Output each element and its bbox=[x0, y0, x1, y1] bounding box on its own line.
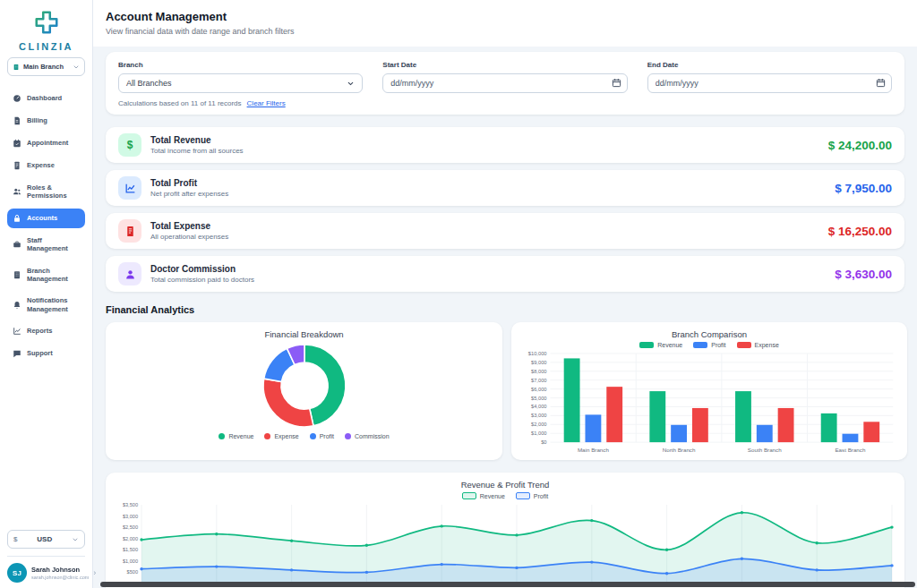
legend-swatch bbox=[345, 433, 351, 439]
legend-item[interactable]: Expense bbox=[264, 433, 298, 439]
legend-item[interactable]: Revenue bbox=[639, 342, 682, 348]
chevron-down-icon bbox=[72, 536, 79, 543]
stat-card-doctor-commission: Doctor Commission Total commission paid … bbox=[106, 256, 904, 292]
legend-label: Profit bbox=[711, 342, 725, 348]
legend-swatch bbox=[516, 492, 530, 499]
avatar: SJ bbox=[7, 563, 27, 583]
filter-card: Branch All Branches Start Date bbox=[106, 52, 904, 115]
svg-text:$3,000: $3,000 bbox=[531, 413, 547, 418]
chart-line-icon bbox=[13, 327, 21, 336]
stat-title: Total Revenue bbox=[150, 135, 244, 145]
stat-title: Doctor Commission bbox=[150, 264, 254, 274]
calendar-check-icon bbox=[13, 139, 21, 148]
clear-filters-link[interactable]: Clear Filters bbox=[247, 99, 286, 107]
sidebar-item-expense[interactable]: Expense bbox=[7, 156, 85, 175]
chevron-down-icon bbox=[73, 64, 80, 71]
sidebar-item-billing[interactable]: Billing bbox=[7, 111, 85, 131]
branch-filter-label: Branch bbox=[118, 61, 363, 69]
currency-selector[interactable]: $ USD bbox=[7, 530, 85, 549]
sidebar-nav: Dashboard Billing Appointment Expense Ro… bbox=[7, 89, 85, 363]
branch-comparison-chart-card: Branch Comparison RevenueProfitExpense $… bbox=[511, 322, 907, 460]
sidebar-item-reports[interactable]: Reports bbox=[7, 321, 85, 341]
page-title: Account Management bbox=[106, 10, 904, 23]
bell-icon bbox=[13, 301, 21, 310]
svg-text:$2,500: $2,500 bbox=[123, 524, 138, 530]
sidebar-item-accounts[interactable]: Accounts bbox=[7, 209, 85, 228]
sidebar-item-notifications-management[interactable]: Notifications Management bbox=[7, 291, 85, 319]
branch-filter-value: All Branches bbox=[126, 79, 172, 88]
chevron-right-icon: › bbox=[93, 568, 96, 577]
revenue-profit-trend-line-chart[interactable]: $0$500$1,000$1,500$2,000$2,500$3,000$3,5… bbox=[113, 501, 897, 588]
chevron-down-icon bbox=[347, 80, 355, 88]
start-date-label: Start Date bbox=[382, 61, 627, 69]
legend-item[interactable]: Profit bbox=[693, 342, 725, 348]
legend-swatch bbox=[737, 342, 751, 348]
sidebar-item-branch-management[interactable]: Branch Management bbox=[7, 261, 85, 289]
legend-item[interactable]: Revenue bbox=[219, 433, 253, 439]
legend-label: Profit bbox=[534, 493, 548, 499]
page-header: Account Management View financial data w… bbox=[93, 0, 917, 47]
svg-text:$8,000: $8,000 bbox=[531, 369, 547, 374]
stat-card-total-revenue: $ Total Revenue Total income from all so… bbox=[106, 127, 904, 163]
svg-text:North Branch: North Branch bbox=[663, 447, 696, 453]
user-profile[interactable]: SJ Sarah Johnson sarah.johnson@clinic.co… bbox=[7, 556, 85, 583]
sidebar-item-appointment[interactable]: Appointment bbox=[7, 133, 85, 153]
svg-text:$2,000: $2,000 bbox=[531, 422, 547, 427]
analytics-section-title: Financial Analytics bbox=[106, 304, 904, 315]
logo: CLINZIA bbox=[7, 7, 85, 57]
branch-filter-select[interactable]: All Branches bbox=[118, 73, 363, 93]
trend-chart-title: Revenue & Profit Trend bbox=[461, 480, 550, 490]
end-date-input[interactable] bbox=[647, 73, 892, 93]
branch-comparison-bar-chart[interactable]: $0$1,000$2,000$3,000$4,000$5,000$6,000$7… bbox=[517, 350, 902, 455]
stat-amount: $ 24,200.00 bbox=[828, 139, 892, 152]
users-icon bbox=[13, 187, 21, 196]
end-date-label: End Date bbox=[647, 61, 892, 69]
receipt-icon bbox=[13, 161, 21, 170]
clinzia-logo-icon bbox=[33, 9, 60, 36]
financial-breakdown-donut-chart[interactable] bbox=[260, 341, 349, 430]
person-icon bbox=[118, 262, 141, 285]
sidebar-item-dashboard[interactable]: Dashboard bbox=[7, 89, 85, 108]
legend-swatch bbox=[639, 342, 654, 348]
svg-text:$6,000: $6,000 bbox=[531, 387, 547, 392]
revenue-profit-trend-chart-card: Revenue & Profit Trend RevenueProfit $0$… bbox=[106, 473, 904, 588]
sidebar-item-roles-permissions[interactable]: Roles & Permissions bbox=[7, 178, 85, 206]
stat-subtitle: Total commission paid to doctors bbox=[150, 276, 254, 284]
legend-swatch bbox=[219, 433, 225, 439]
legend-item[interactable]: Revenue bbox=[462, 492, 505, 499]
svg-text:South Branch: South Branch bbox=[748, 447, 782, 453]
building-icon bbox=[13, 64, 20, 71]
user-email: sarah.johnson@clinic.com bbox=[31, 575, 89, 580]
start-date-input[interactable] bbox=[382, 73, 627, 93]
stat-title: Total Profit bbox=[150, 178, 228, 188]
financial-breakdown-chart-card: Financial Breakdown RevenueExpenseProfit… bbox=[106, 322, 502, 460]
stat-subtitle: All operational expenses bbox=[150, 233, 228, 241]
svg-text:$5,000: $5,000 bbox=[531, 396, 547, 401]
svg-text:$4,000: $4,000 bbox=[531, 404, 547, 409]
stat-card-total-expense: Total Expense All operational expenses $… bbox=[106, 213, 904, 249]
bar-chart-legend: RevenueProfitExpense bbox=[639, 342, 779, 348]
sidebar-item-support[interactable]: Support bbox=[7, 344, 85, 363]
branch-selector[interactable]: Main Branch bbox=[7, 57, 85, 76]
legend-item[interactable]: Profit bbox=[516, 492, 548, 499]
stat-subtitle: Net profit after expenses bbox=[150, 190, 228, 198]
legend-item[interactable]: Expense bbox=[737, 342, 779, 348]
building-icon bbox=[13, 270, 21, 279]
legend-item[interactable]: Profit bbox=[310, 433, 334, 439]
lock-icon bbox=[13, 214, 21, 223]
donut-chart-title: Financial Breakdown bbox=[264, 329, 343, 339]
svg-text:$1,500: $1,500 bbox=[123, 547, 138, 552]
legend-swatch bbox=[264, 433, 270, 439]
svg-text:$3,000: $3,000 bbox=[123, 514, 138, 519]
legend-item[interactable]: Commission bbox=[345, 433, 390, 439]
horizontal-scrollbar-thumb[interactable] bbox=[100, 582, 915, 587]
user-name: Sarah Johnson bbox=[31, 566, 89, 574]
trend-chart-legend: RevenueProfit bbox=[462, 492, 548, 499]
svg-text:East Branch: East Branch bbox=[835, 447, 865, 453]
sidebar-item-staff-management[interactable]: Staff Management bbox=[7, 231, 85, 259]
stat-amount: $ 16,250.00 bbox=[828, 225, 892, 238]
svg-text:$1,000: $1,000 bbox=[123, 558, 138, 564]
page-subtitle: View financial data with date range and … bbox=[106, 27, 904, 36]
svg-text:$2,000: $2,000 bbox=[123, 536, 138, 541]
legend-label: Revenue bbox=[657, 342, 682, 348]
